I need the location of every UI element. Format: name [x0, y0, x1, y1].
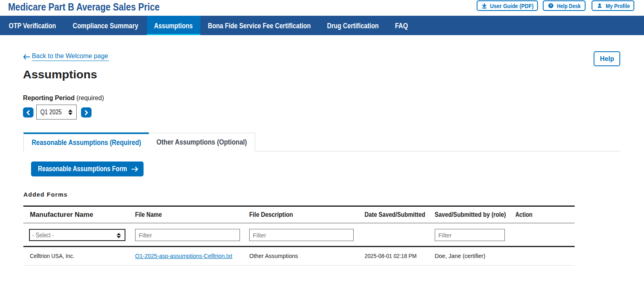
- svg-text:?: ?: [550, 4, 552, 8]
